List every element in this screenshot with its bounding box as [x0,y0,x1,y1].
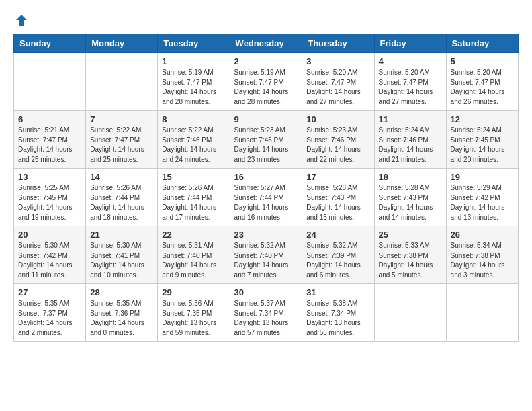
calendar-cell: 29Sunrise: 5:36 AM Sunset: 7:35 PM Dayli… [158,284,230,342]
calendar-cell: 15Sunrise: 5:26 AM Sunset: 7:44 PM Dayli… [158,169,230,226]
day-info: Sunrise: 5:33 AM Sunset: 7:38 PM Dayligh… [379,241,442,280]
day-number: 13 [18,172,81,182]
day-number: 20 [18,230,81,240]
calendar-cell: 8Sunrise: 5:22 AM Sunset: 7:46 PM Daylig… [158,111,230,169]
weekday-header-friday: Friday [374,34,446,53]
day-number: 2 [234,56,298,66]
day-info: Sunrise: 5:24 AM Sunset: 7:45 PM Dayligh… [451,126,514,165]
day-number: 22 [162,230,225,240]
day-number: 10 [306,114,369,124]
day-number: 17 [306,172,369,182]
calendar-cell: 18Sunrise: 5:28 AM Sunset: 7:43 PM Dayli… [374,169,446,226]
calendar: SundayMondayTuesdayWednesdayThursdayFrid… [13,34,519,342]
day-number: 1 [162,56,225,66]
logo-icon [15,13,28,27]
weekday-header-monday: Monday [86,34,158,53]
day-number: 29 [162,287,225,298]
day-number: 12 [451,114,514,124]
weekday-header-saturday: Saturday [446,34,518,53]
day-info: Sunrise: 5:28 AM Sunset: 7:43 PM Dayligh… [379,183,442,222]
day-info: Sunrise: 5:32 AM Sunset: 7:40 PM Dayligh… [234,241,298,280]
day-info: Sunrise: 5:19 AM Sunset: 7:47 PM Dayligh… [234,68,298,107]
day-info: Sunrise: 5:37 AM Sunset: 7:34 PM Dayligh… [234,299,298,338]
calendar-cell: 30Sunrise: 5:37 AM Sunset: 7:34 PM Dayli… [230,284,302,342]
svg-marker-0 [16,15,27,26]
day-number: 15 [162,172,225,182]
calendar-cell [374,284,446,342]
calendar-cell: 16Sunrise: 5:27 AM Sunset: 7:44 PM Dayli… [230,169,302,226]
logo [13,13,28,27]
day-number: 24 [306,230,369,240]
weekday-header-thursday: Thursday [302,34,374,53]
calendar-cell [446,284,518,342]
day-number: 16 [234,172,298,182]
day-number: 5 [451,56,514,66]
calendar-cell: 17Sunrise: 5:28 AM Sunset: 7:43 PM Dayli… [302,169,374,226]
calendar-cell [86,53,158,111]
day-info: Sunrise: 5:31 AM Sunset: 7:40 PM Dayligh… [162,241,225,280]
day-number: 21 [90,230,153,240]
day-number: 7 [90,114,153,124]
day-info: Sunrise: 5:26 AM Sunset: 7:44 PM Dayligh… [90,183,153,222]
calendar-cell: 9Sunrise: 5:23 AM Sunset: 7:46 PM Daylig… [230,111,302,169]
calendar-cell: 4Sunrise: 5:20 AM Sunset: 7:47 PM Daylig… [374,53,446,111]
calendar-cell: 2Sunrise: 5:19 AM Sunset: 7:47 PM Daylig… [230,53,302,111]
day-info: Sunrise: 5:25 AM Sunset: 7:45 PM Dayligh… [18,183,81,222]
day-number: 8 [162,114,225,124]
day-info: Sunrise: 5:20 AM Sunset: 7:47 PM Dayligh… [451,68,514,107]
day-info: Sunrise: 5:19 AM Sunset: 7:47 PM Dayligh… [162,68,225,107]
calendar-cell: 22Sunrise: 5:31 AM Sunset: 7:40 PM Dayli… [158,226,230,284]
day-number: 27 [18,287,81,298]
day-number: 26 [451,230,514,240]
calendar-cell: 28Sunrise: 5:35 AM Sunset: 7:36 PM Dayli… [86,284,158,342]
weekday-header-sunday: Sunday [14,34,86,53]
calendar-cell: 23Sunrise: 5:32 AM Sunset: 7:40 PM Dayli… [230,226,302,284]
day-number: 18 [379,172,442,182]
day-number: 14 [90,172,153,182]
day-number: 4 [379,56,442,66]
day-number: 25 [379,230,442,240]
day-info: Sunrise: 5:35 AM Sunset: 7:37 PM Dayligh… [18,299,81,338]
day-number: 23 [234,230,298,240]
calendar-cell: 19Sunrise: 5:29 AM Sunset: 7:42 PM Dayli… [446,169,518,226]
calendar-cell: 1Sunrise: 5:19 AM Sunset: 7:47 PM Daylig… [158,53,230,111]
day-info: Sunrise: 5:26 AM Sunset: 7:44 PM Dayligh… [162,183,225,222]
calendar-cell: 10Sunrise: 5:23 AM Sunset: 7:46 PM Dayli… [302,111,374,169]
weekday-header-wednesday: Wednesday [230,34,302,53]
day-info: Sunrise: 5:22 AM Sunset: 7:47 PM Dayligh… [90,126,153,165]
calendar-cell: 5Sunrise: 5:20 AM Sunset: 7:47 PM Daylig… [446,53,518,111]
day-info: Sunrise: 5:23 AM Sunset: 7:46 PM Dayligh… [234,126,298,165]
calendar-cell: 20Sunrise: 5:30 AM Sunset: 7:42 PM Dayli… [14,226,86,284]
calendar-cell: 26Sunrise: 5:34 AM Sunset: 7:38 PM Dayli… [446,226,518,284]
day-info: Sunrise: 5:30 AM Sunset: 7:42 PM Dayligh… [18,241,81,280]
day-info: Sunrise: 5:29 AM Sunset: 7:42 PM Dayligh… [451,183,514,222]
day-number: 28 [90,287,153,298]
calendar-cell: 11Sunrise: 5:24 AM Sunset: 7:46 PM Dayli… [374,111,446,169]
day-info: Sunrise: 5:32 AM Sunset: 7:39 PM Dayligh… [306,241,369,280]
calendar-cell: 13Sunrise: 5:25 AM Sunset: 7:45 PM Dayli… [14,169,86,226]
day-info: Sunrise: 5:21 AM Sunset: 7:47 PM Dayligh… [18,126,81,165]
day-info: Sunrise: 5:35 AM Sunset: 7:36 PM Dayligh… [90,299,153,338]
day-info: Sunrise: 5:20 AM Sunset: 7:47 PM Dayligh… [306,68,369,107]
calendar-cell: 14Sunrise: 5:26 AM Sunset: 7:44 PM Dayli… [86,169,158,226]
calendar-cell [14,53,86,111]
day-info: Sunrise: 5:36 AM Sunset: 7:35 PM Dayligh… [162,299,225,338]
calendar-cell: 6Sunrise: 5:21 AM Sunset: 7:47 PM Daylig… [14,111,86,169]
day-number: 6 [18,114,81,124]
day-number: 3 [306,56,369,66]
day-info: Sunrise: 5:34 AM Sunset: 7:38 PM Dayligh… [451,241,514,280]
calendar-cell: 21Sunrise: 5:30 AM Sunset: 7:41 PM Dayli… [86,226,158,284]
day-info: Sunrise: 5:20 AM Sunset: 7:47 PM Dayligh… [379,68,442,107]
day-number: 30 [234,287,298,298]
day-number: 31 [306,287,369,298]
day-info: Sunrise: 5:22 AM Sunset: 7:46 PM Dayligh… [162,126,225,165]
calendar-cell: 12Sunrise: 5:24 AM Sunset: 7:45 PM Dayli… [446,111,518,169]
day-number: 11 [379,114,442,124]
calendar-cell: 7Sunrise: 5:22 AM Sunset: 7:47 PM Daylig… [86,111,158,169]
calendar-cell: 25Sunrise: 5:33 AM Sunset: 7:38 PM Dayli… [374,226,446,284]
calendar-cell: 24Sunrise: 5:32 AM Sunset: 7:39 PM Dayli… [302,226,374,284]
day-info: Sunrise: 5:30 AM Sunset: 7:41 PM Dayligh… [90,241,153,280]
calendar-cell: 31Sunrise: 5:38 AM Sunset: 7:34 PM Dayli… [302,284,374,342]
day-info: Sunrise: 5:38 AM Sunset: 7:34 PM Dayligh… [306,299,369,338]
day-info: Sunrise: 5:24 AM Sunset: 7:46 PM Dayligh… [379,126,442,165]
